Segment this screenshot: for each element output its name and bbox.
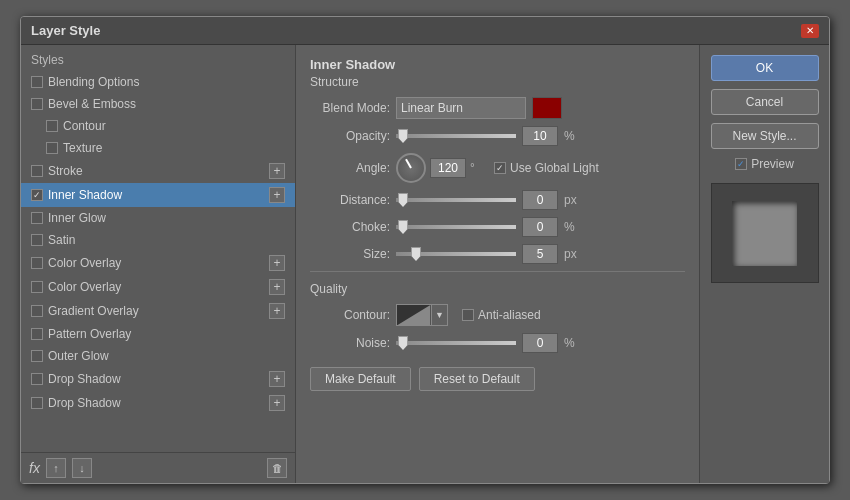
structure-subtitle: Structure bbox=[310, 75, 685, 89]
sidebar-item-color-overlay-1[interactable]: Color Overlay+ bbox=[21, 251, 295, 275]
sidebar-item-stroke[interactable]: Stroke+ bbox=[21, 159, 295, 183]
opacity-slider-container bbox=[396, 134, 516, 138]
anti-aliased-checkbox[interactable]: Anti-aliased bbox=[462, 308, 541, 322]
choke-row: Choke: % bbox=[310, 217, 685, 237]
noise-input[interactable] bbox=[522, 333, 558, 353]
delete-button[interactable]: 🗑 bbox=[267, 458, 287, 478]
choke-slider[interactable] bbox=[396, 225, 516, 229]
list-item-left-gradient-overlay: Gradient Overlay bbox=[31, 304, 139, 318]
size-slider[interactable] bbox=[396, 252, 516, 256]
plus-btn-stroke[interactable]: + bbox=[269, 163, 285, 179]
checkbox-inner-shadow[interactable] bbox=[31, 189, 43, 201]
checkbox-pattern-overlay[interactable] bbox=[31, 328, 43, 340]
noise-slider-thumb[interactable] bbox=[398, 336, 408, 350]
sidebar-item-drop-shadow[interactable]: Drop Shadow+ bbox=[21, 367, 295, 391]
sidebar-item-outer-glow[interactable]: Outer Glow bbox=[21, 345, 295, 367]
move-down-button[interactable]: ↓ bbox=[72, 458, 92, 478]
checkbox-color-overlay-1[interactable] bbox=[31, 257, 43, 269]
plus-btn-color-overlay-2[interactable]: + bbox=[269, 279, 285, 295]
checkbox-satin[interactable] bbox=[31, 234, 43, 246]
plus-btn-drop-shadow[interactable]: + bbox=[269, 371, 285, 387]
action-buttons: Make Default Reset to Default bbox=[310, 367, 685, 391]
checkbox-drop-shadow[interactable] bbox=[31, 373, 43, 385]
checkbox-drop-shadow-2[interactable] bbox=[31, 397, 43, 409]
svg-marker-0 bbox=[398, 305, 431, 325]
angle-row: Angle: ° Use Global Light bbox=[310, 153, 685, 183]
right-panel: OK Cancel New Style... Preview bbox=[699, 45, 829, 483]
noise-unit: % bbox=[564, 336, 584, 350]
choke-unit: % bbox=[564, 220, 584, 234]
opacity-slider-thumb[interactable] bbox=[398, 129, 408, 143]
cancel-button[interactable]: Cancel bbox=[711, 89, 819, 115]
left-panel: Styles Blending OptionsBevel & EmbossCon… bbox=[21, 45, 296, 483]
choke-label: Choke: bbox=[310, 220, 390, 234]
size-slider-thumb[interactable] bbox=[411, 247, 421, 261]
sidebar-item-drop-shadow-2[interactable]: Drop Shadow+ bbox=[21, 391, 295, 415]
opacity-slider[interactable] bbox=[396, 134, 516, 138]
checkbox-inner-glow[interactable] bbox=[31, 212, 43, 224]
title-bar: Layer Style ✕ bbox=[21, 17, 829, 45]
contour-dropdown-arrow[interactable]: ▼ bbox=[432, 304, 448, 326]
plus-btn-inner-shadow[interactable]: + bbox=[269, 187, 285, 203]
distance-unit: px bbox=[564, 193, 584, 207]
size-input[interactable] bbox=[522, 244, 558, 264]
sidebar-item-satin[interactable]: Satin bbox=[21, 229, 295, 251]
choke-slider-thumb[interactable] bbox=[398, 220, 408, 234]
color-swatch[interactable] bbox=[532, 97, 562, 119]
plus-btn-gradient-overlay[interactable]: + bbox=[269, 303, 285, 319]
checkbox-blending-options[interactable] bbox=[31, 76, 43, 88]
choke-input[interactable] bbox=[522, 217, 558, 237]
distance-slider-thumb[interactable] bbox=[398, 193, 408, 207]
checkbox-texture[interactable] bbox=[46, 142, 58, 154]
distance-slider[interactable] bbox=[396, 198, 516, 202]
ok-button[interactable]: OK bbox=[711, 55, 819, 81]
distance-input[interactable] bbox=[522, 190, 558, 210]
size-unit: px bbox=[564, 247, 584, 261]
list-item-left-inner-glow: Inner Glow bbox=[31, 211, 106, 225]
label-contour: Contour bbox=[63, 119, 106, 133]
move-up-button[interactable]: ↑ bbox=[46, 458, 66, 478]
use-global-light-checkbox[interactable]: Use Global Light bbox=[494, 161, 599, 175]
sidebar-item-pattern-overlay[interactable]: Pattern Overlay bbox=[21, 323, 295, 345]
sidebar-item-color-overlay-2[interactable]: Color Overlay+ bbox=[21, 275, 295, 299]
angle-label: Angle: bbox=[310, 161, 390, 175]
checkbox-color-overlay-2[interactable] bbox=[31, 281, 43, 293]
label-inner-glow: Inner Glow bbox=[48, 211, 106, 225]
noise-slider[interactable] bbox=[396, 341, 516, 345]
sidebar-item-gradient-overlay[interactable]: Gradient Overlay+ bbox=[21, 299, 295, 323]
sidebar-item-texture[interactable]: Texture bbox=[21, 137, 295, 159]
blend-mode-row: Blend Mode: NormalDissolveMultiplyScreen… bbox=[310, 97, 685, 119]
new-style-button[interactable]: New Style... bbox=[711, 123, 819, 149]
opacity-input[interactable] bbox=[522, 126, 558, 146]
noise-row: Noise: % bbox=[310, 333, 685, 353]
angle-indicator bbox=[405, 159, 412, 169]
checkbox-contour[interactable] bbox=[46, 120, 58, 132]
distance-slider-container bbox=[396, 198, 516, 202]
checkbox-outer-glow[interactable] bbox=[31, 350, 43, 362]
make-default-button[interactable]: Make Default bbox=[310, 367, 411, 391]
sidebar-item-blending-options[interactable]: Blending Options bbox=[21, 71, 295, 93]
contour-preview[interactable] bbox=[396, 304, 432, 326]
label-blending-options: Blending Options bbox=[48, 75, 139, 89]
sidebar-item-bevel-emboss[interactable]: Bevel & Emboss bbox=[21, 93, 295, 115]
blend-mode-select[interactable]: NormalDissolveMultiplyScreenOverlayLinea… bbox=[396, 97, 526, 119]
list-item-left-drop-shadow-2: Drop Shadow bbox=[31, 396, 121, 410]
plus-btn-drop-shadow-2[interactable]: + bbox=[269, 395, 285, 411]
checkbox-gradient-overlay[interactable] bbox=[31, 305, 43, 317]
size-label: Size: bbox=[310, 247, 390, 261]
sidebar-item-contour[interactable]: Contour bbox=[21, 115, 295, 137]
quality-section: Quality Contour: ▼ Anti-alia bbox=[310, 282, 685, 353]
preview-label[interactable]: Preview bbox=[735, 157, 794, 171]
list-item-left-color-overlay-1: Color Overlay bbox=[31, 256, 121, 270]
checkbox-stroke[interactable] bbox=[31, 165, 43, 177]
label-outer-glow: Outer Glow bbox=[48, 349, 109, 363]
angle-input[interactable] bbox=[430, 158, 466, 178]
reset-to-default-button[interactable]: Reset to Default bbox=[419, 367, 535, 391]
sidebar-item-inner-shadow[interactable]: Inner Shadow+ bbox=[21, 183, 295, 207]
sidebar-item-inner-glow[interactable]: Inner Glow bbox=[21, 207, 295, 229]
close-button[interactable]: ✕ bbox=[801, 24, 819, 38]
noise-slider-container bbox=[396, 341, 516, 345]
checkbox-bevel-emboss[interactable] bbox=[31, 98, 43, 110]
plus-btn-color-overlay-1[interactable]: + bbox=[269, 255, 285, 271]
angle-wheel[interactable] bbox=[396, 153, 426, 183]
